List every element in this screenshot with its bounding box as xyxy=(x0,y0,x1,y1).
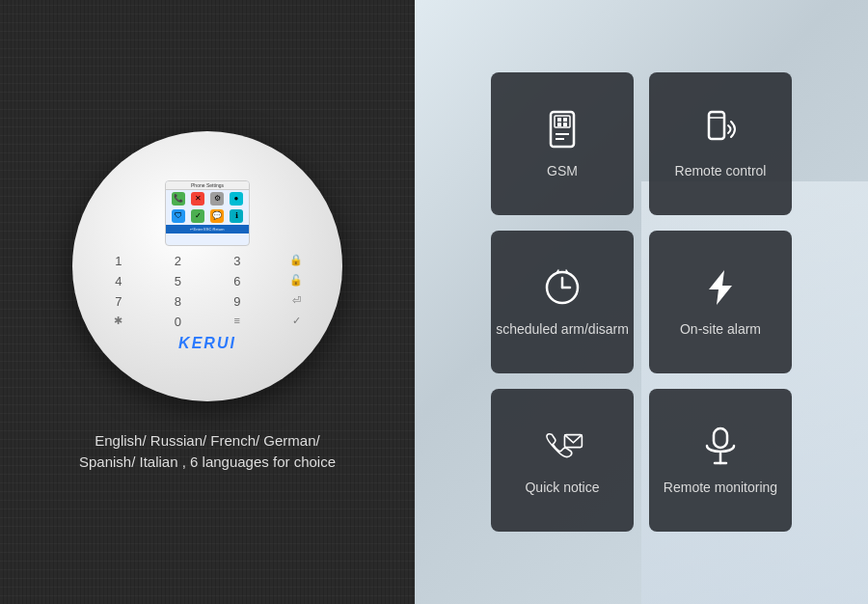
svg-rect-4 xyxy=(557,118,561,122)
screen-icons-row-1: 📞 ✕ ⚙ ● xyxy=(166,190,249,207)
screen-icon-x: ✕ xyxy=(191,192,204,206)
svg-marker-15 xyxy=(709,270,732,305)
screen-icon-gear: ⚙ xyxy=(210,192,224,206)
svg-rect-5 xyxy=(563,118,567,122)
key-6: 6 xyxy=(210,274,264,288)
on-site-alarm-label: On-site alarm xyxy=(680,320,761,338)
remote-control-icon xyxy=(699,108,742,151)
screen-icon-circle: ● xyxy=(230,192,243,206)
screen-icon-info: ℹ xyxy=(230,209,243,223)
key-3: 3 xyxy=(210,254,264,268)
feature-remote-control: Remote control xyxy=(649,72,792,215)
remote-control-label: Remote control xyxy=(675,162,767,179)
key-star: ✱ xyxy=(92,315,146,329)
right-panel: GSM Remote control scheduled xyxy=(415,0,868,604)
feature-remote-monitoring: Remote monitoring xyxy=(649,389,792,532)
feature-quick-notice: Quick notice xyxy=(491,389,634,532)
screen-icon-msg: 💬 xyxy=(210,209,224,223)
languages-description: English/ Russian/ French/ German/ Spanis… xyxy=(60,430,355,474)
keypad: 1 2 3 🔒 4 5 6 🔓 7 8 9 ⏎ ✱ 0 ≡ ✓ xyxy=(72,254,342,329)
key-4: 4 xyxy=(92,274,146,288)
features-grid: GSM Remote control scheduled xyxy=(472,53,811,551)
screen-icon-phone: 📞 xyxy=(172,192,185,206)
feature-on-site-alarm: On-site alarm xyxy=(649,231,792,373)
device-screen: Phone Settings 📞 ✕ ⚙ ● 🛡 ✓ 💬 ℹ ↵Enter ES… xyxy=(165,180,250,246)
key-5: 5 xyxy=(151,274,205,288)
quick-notice-icon xyxy=(541,425,583,467)
key-unlock: 🔓 xyxy=(270,274,324,288)
device: Phone Settings 📞 ✕ ⚙ ● 🛡 ✓ 💬 ℹ ↵Enter ES… xyxy=(72,131,342,401)
screen-icons-row-2: 🛡 ✓ 💬 ℹ xyxy=(166,207,249,225)
svg-rect-6 xyxy=(557,123,561,126)
svg-rect-8 xyxy=(709,112,724,139)
svg-rect-17 xyxy=(714,428,727,448)
remote-monitoring-label: Remote monitoring xyxy=(664,479,777,496)
key-check: ✓ xyxy=(270,315,324,329)
svg-rect-7 xyxy=(563,123,567,126)
gsm-icon xyxy=(541,108,583,151)
key-8: 8 xyxy=(151,294,205,309)
gsm-label: GSM xyxy=(547,162,578,179)
quick-notice-label: Quick notice xyxy=(525,479,599,496)
key-back: ⏎ xyxy=(270,294,324,309)
key-0: 0 xyxy=(151,315,205,329)
screen-bottom-bar: ↵Enter ESC:Return xyxy=(166,225,249,233)
key-menu: ≡ xyxy=(210,315,264,329)
key-2: 2 xyxy=(151,254,205,268)
left-panel: Phone Settings 📞 ✕ ⚙ ● 🛡 ✓ 💬 ℹ ↵Enter ES… xyxy=(0,0,415,604)
lightning-icon xyxy=(699,266,742,309)
screen-icon-shield: 🛡 xyxy=(172,209,185,223)
feature-scheduled: scheduled arm/disarm xyxy=(491,231,634,373)
screen-bottom-text: ↵Enter ESC:Return xyxy=(190,227,224,232)
scheduled-label: scheduled arm/disarm xyxy=(496,320,629,338)
clock-icon xyxy=(541,266,583,309)
screen-icon-check: ✓ xyxy=(191,209,204,223)
svg-rect-1 xyxy=(555,116,570,127)
key-1: 1 xyxy=(92,254,146,268)
key-9: 9 xyxy=(210,294,264,309)
brand-logo: KERUI xyxy=(178,335,236,352)
key-7: 7 xyxy=(92,294,146,309)
screen-title: Phone Settings xyxy=(166,181,249,190)
key-lock: 🔒 xyxy=(270,254,324,268)
microphone-icon xyxy=(699,425,742,467)
feature-gsm: GSM xyxy=(491,72,634,215)
